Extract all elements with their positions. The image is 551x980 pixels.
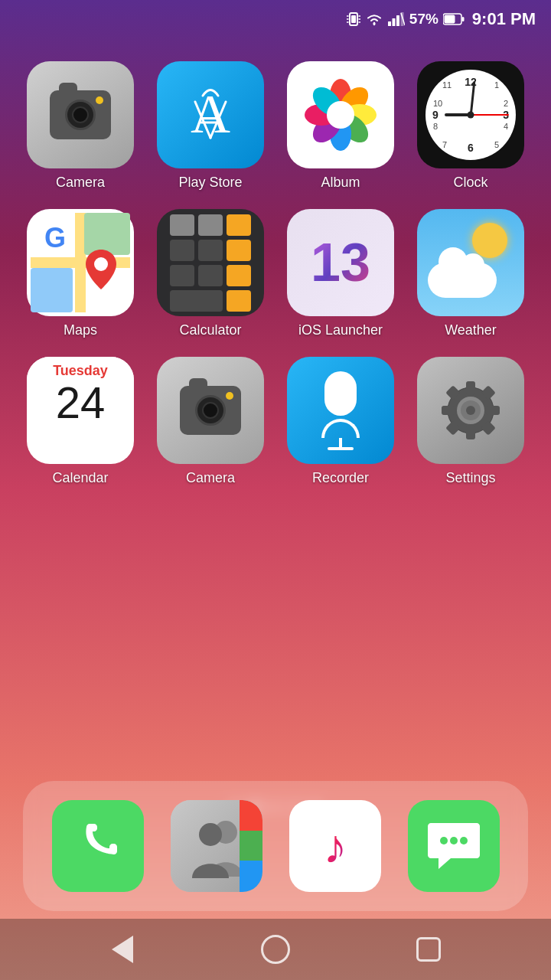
dock-phone[interactable] — [52, 800, 144, 892]
weather-cloud — [428, 263, 497, 298]
dock: ♪ — [23, 781, 528, 911]
contacts-icon-bg — [171, 800, 262, 892]
app-camera[interactable]: Camera — [19, 61, 142, 191]
app-ios-launcher[interactable]: 13 iOS Launcher — [279, 209, 402, 338]
maps-icon-bg: G — [27, 209, 134, 316]
app-calculator[interactable]: Calculator — [149, 209, 272, 338]
status-bar: 57% 9:01 PM — [0, 0, 551, 38]
svg-point-53 — [440, 837, 448, 844]
battery-percent: 57% — [409, 11, 439, 28]
signal-icon — [388, 12, 405, 26]
svg-point-8 — [373, 23, 375, 25]
recorder-icon-bg — [287, 357, 394, 464]
maps-svg: G — [31, 213, 130, 312]
calendar-icon-bg: Tuesday 24 — [27, 357, 134, 464]
camera-icon-bg — [27, 61, 134, 168]
svg-rect-10 — [392, 18, 395, 26]
settings-gear-svg — [432, 372, 509, 449]
status-icons: 57% 9:01 PM — [347, 9, 536, 29]
app-grid: Camera A Play Store — [0, 38, 551, 501]
back-button[interactable] — [103, 930, 142, 969]
music-svg: ♪ — [305, 815, 366, 877]
camera2-icon-bg — [157, 357, 264, 464]
back-icon — [112, 936, 133, 963]
clock-icon-bg: 12 3 6 9 1 11 2 10 4 8 5 7 — [417, 61, 524, 168]
calendar-date: 24 — [56, 381, 106, 430]
app-clock[interactable]: 12 3 6 9 1 11 2 10 4 8 5 7 Clock — [409, 61, 532, 191]
mic-shape — [321, 371, 360, 450]
calc-btn — [227, 240, 251, 261]
calc-btn — [170, 290, 223, 312]
svg-point-29 — [327, 101, 354, 129]
playstore-label: Play Store — [178, 175, 242, 191]
phone-icon-bg — [52, 800, 144, 892]
app-playstore[interactable]: A Play Store — [149, 61, 272, 191]
weather-sun — [472, 223, 507, 258]
weather-label: Weather — [445, 322, 497, 338]
ios-icon-bg: 13 — [287, 209, 394, 316]
svg-point-51 — [199, 823, 222, 846]
album-icon-bg — [287, 61, 394, 168]
album-svg — [298, 73, 383, 157]
svg-rect-15 — [444, 15, 455, 24]
dock-music[interactable]: ♪ — [289, 800, 381, 892]
calc-btn — [170, 265, 194, 286]
svg-rect-16 — [461, 17, 464, 21]
messages-svg — [423, 815, 484, 877]
calc-btn — [170, 240, 194, 261]
svg-point-37 — [94, 257, 108, 271]
messages-icon-bg — [408, 800, 500, 892]
svg-rect-43 — [486, 406, 500, 415]
app-settings[interactable]: Settings — [409, 357, 532, 486]
svg-point-49 — [466, 406, 475, 415]
calc-btn — [227, 214, 251, 236]
calc-icon-bg — [157, 209, 264, 316]
calculator-label: Calculator — [179, 322, 241, 338]
music-icon-bg: ♪ — [289, 800, 381, 892]
vibrate-icon — [347, 11, 360, 28]
weather-icon-bg — [417, 209, 524, 316]
dock-contacts[interactable] — [171, 800, 262, 892]
calendar-label: Calendar — [52, 470, 108, 486]
svg-rect-9 — [388, 21, 391, 26]
calc-btn — [198, 265, 223, 286]
playstore-icon-bg: A — [157, 61, 264, 168]
app-album[interactable]: Album — [279, 61, 402, 191]
recents-button[interactable] — [409, 930, 448, 969]
maps-label: Maps — [64, 322, 97, 338]
app-weather[interactable]: Weather — [409, 209, 532, 338]
calc-btn — [170, 214, 194, 236]
status-time: 9:01 PM — [472, 9, 536, 29]
clock-label: Clock — [453, 175, 487, 191]
bottom-nav — [0, 919, 551, 980]
app-recorder[interactable]: Recorder — [279, 357, 402, 486]
home-icon — [261, 935, 290, 964]
camera-label: Camera — [56, 175, 105, 191]
calc-btn — [227, 290, 251, 312]
svg-rect-41 — [466, 426, 475, 439]
home-button[interactable] — [256, 930, 295, 969]
ios-label: iOS Launcher — [298, 322, 383, 338]
app-maps[interactable]: G Maps — [19, 209, 142, 338]
calc-btn — [198, 214, 223, 236]
app-camera2[interactable]: Camera — [149, 357, 272, 486]
svg-rect-32 — [75, 213, 86, 312]
playstore-svg: A — [176, 80, 245, 149]
album-label: Album — [321, 175, 360, 191]
svg-point-54 — [450, 837, 458, 844]
recents-icon — [416, 937, 441, 962]
wifi-icon — [365, 12, 383, 26]
svg-rect-1 — [351, 15, 356, 23]
svg-rect-11 — [396, 15, 399, 26]
svg-rect-33 — [84, 213, 130, 255]
ios-num: 13 — [311, 232, 370, 293]
settings-label: Settings — [445, 470, 495, 486]
svg-text:G: G — [44, 222, 66, 253]
dock-messages[interactable] — [408, 800, 500, 892]
recorder-label: Recorder — [312, 470, 369, 486]
camera2-label: Camera — [186, 470, 235, 486]
app-calendar[interactable]: Tuesday 24 Calendar — [19, 357, 142, 486]
svg-rect-42 — [442, 406, 455, 415]
svg-text:♪: ♪ — [323, 820, 347, 873]
svg-rect-40 — [466, 381, 475, 395]
